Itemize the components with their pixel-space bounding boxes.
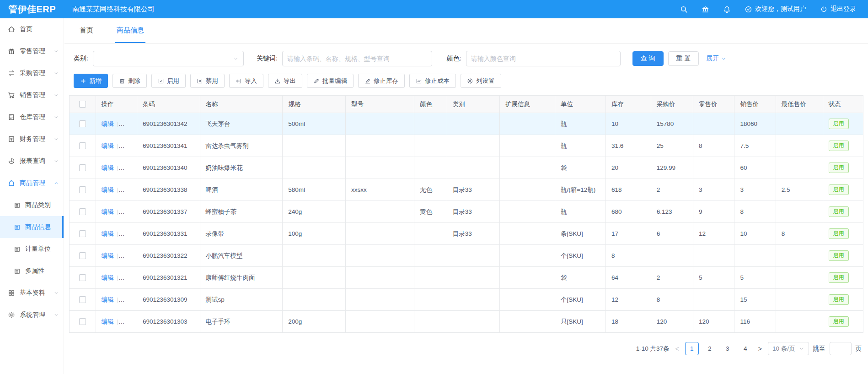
- page-button-1[interactable]: 1: [685, 342, 699, 355]
- sidebar-item-label: 计量单位: [25, 245, 51, 253]
- cell-color: [414, 135, 447, 157]
- cell-retail: 5: [693, 267, 734, 289]
- edit-link[interactable]: 编辑: [102, 164, 114, 171]
- next-page-button[interactable]: >: [756, 345, 764, 352]
- sidebar-item-label: 财务管理: [20, 135, 45, 143]
- page-button-2[interactable]: 2: [703, 342, 717, 355]
- page-button-3[interactable]: 3: [721, 342, 734, 355]
- logout-button[interactable]: 退出登录: [820, 5, 856, 13]
- chevron-down-icon: [721, 56, 727, 62]
- filter-bar: 类别: 关键词: 颜色: 查 询 重 置 展开: [69, 50, 863, 66]
- sidebar-item-purchase[interactable]: 采购管理: [0, 62, 64, 84]
- cell-category: [447, 157, 499, 179]
- edit-link[interactable]: 编辑: [102, 142, 114, 149]
- category-select[interactable]: [93, 51, 244, 66]
- color-input[interactable]: [466, 51, 621, 66]
- column-settings-button[interactable]: 列设置: [461, 74, 501, 88]
- search-icon[interactable]: [680, 5, 688, 13]
- edit-link[interactable]: 编辑: [102, 120, 114, 127]
- edit-link[interactable]: 编辑: [102, 274, 114, 281]
- cell-spec: [283, 289, 346, 311]
- keyword-input[interactable]: [282, 51, 432, 66]
- bank-icon[interactable]: [702, 5, 709, 13]
- add-button[interactable]: 新增: [74, 74, 108, 88]
- sidebar-item-basic-data[interactable]: 基本资料: [0, 282, 64, 304]
- table-row: 编辑|删除6901236301338啤酒580mlxxsxx无色目录33瓶/(箱…: [70, 179, 863, 201]
- sidebar-item-retail[interactable]: 零售管理: [0, 40, 64, 62]
- cell-purchase: 129.99: [651, 157, 693, 179]
- cell-unit: 袋: [555, 157, 606, 179]
- page-button-4[interactable]: 4: [739, 342, 752, 355]
- table-body: 编辑|删除6901236301342飞天茅台500ml瓶101578018060…: [70, 113, 863, 333]
- select-all-checkbox[interactable]: [79, 101, 86, 108]
- cell-purchase: 6.123: [651, 201, 693, 223]
- disable-button[interactable]: 禁用: [190, 74, 225, 88]
- sidebar-item-goods-info[interactable]: 商品信息: [0, 216, 64, 238]
- cell-color: [414, 245, 447, 267]
- edit-link[interactable]: 编辑: [102, 208, 114, 215]
- delete-button[interactable]: 删除: [113, 74, 147, 88]
- enable-button[interactable]: 启用: [151, 74, 186, 88]
- row-checkbox[interactable]: [79, 252, 86, 259]
- row-checkbox[interactable]: [79, 186, 86, 193]
- cell-category: [447, 113, 499, 135]
- bell-icon[interactable]: [723, 5, 731, 13]
- fix-cost-button[interactable]: 修正成本: [409, 74, 456, 88]
- tab-goods-info[interactable]: 商品信息: [115, 18, 145, 43]
- row-checkbox[interactable]: [79, 230, 86, 237]
- edit-link[interactable]: 编辑: [102, 318, 114, 325]
- batch-edit-button[interactable]: 批量编辑: [307, 74, 354, 88]
- table-row: 编辑|删除6901236301331录像带100g目录33条[SKU]17612…: [70, 223, 863, 245]
- edit-link[interactable]: 编辑: [102, 252, 114, 259]
- reset-button[interactable]: 重 置: [668, 51, 699, 66]
- prev-page-button[interactable]: <: [674, 345, 681, 352]
- fix-stock-button[interactable]: 修正库存: [358, 74, 405, 88]
- cell-sale: 7.5: [734, 135, 776, 157]
- cell-spec: 240g: [283, 201, 346, 223]
- status-badge: 启用: [829, 119, 849, 129]
- export-button[interactable]: 导出: [268, 74, 302, 88]
- expand-link[interactable]: 展开: [706, 54, 727, 63]
- search-button[interactable]: 查 询: [632, 51, 664, 66]
- sidebar-item-home[interactable]: 首页: [0, 18, 64, 40]
- cell-stock: 17: [606, 223, 651, 245]
- row-checkbox[interactable]: [79, 142, 86, 149]
- row-checkbox[interactable]: [79, 164, 86, 171]
- table-row: 编辑|删除6901236301321康师傅红烧牛肉面袋64255启用: [70, 267, 863, 289]
- row-checkbox[interactable]: [79, 208, 86, 215]
- sidebar-item-reports[interactable]: 报表查询: [0, 150, 64, 172]
- link-divider: |: [117, 230, 119, 237]
- row-checkbox[interactable]: [79, 318, 86, 325]
- cell-color: [414, 289, 447, 311]
- sidebar-item-system[interactable]: 系统管理: [0, 304, 64, 326]
- user-menu[interactable]: 欢迎您，测试用户: [745, 5, 806, 13]
- page-size-select[interactable]: 10 条/页: [768, 342, 809, 355]
- import-button[interactable]: 导入: [229, 74, 263, 88]
- row-checkbox[interactable]: [79, 120, 86, 127]
- sidebar-item-goods-category[interactable]: 商品类别: [0, 194, 64, 216]
- row-checkbox[interactable]: [79, 296, 86, 303]
- sidebar-item-goods[interactable]: 商品管理: [0, 172, 64, 194]
- jump-page-input[interactable]: [830, 342, 852, 355]
- column-header: 条码: [137, 96, 200, 113]
- edit-link[interactable]: 编辑: [102, 230, 114, 237]
- sidebar-item-sales[interactable]: 销售管理: [0, 84, 64, 106]
- column-header: 名称: [200, 96, 283, 113]
- chevron-down-icon: [54, 158, 59, 164]
- sidebar-item-label: 报表查询: [20, 157, 45, 165]
- row-checkbox[interactable]: [79, 274, 86, 281]
- edit-link[interactable]: 编辑: [102, 296, 114, 303]
- sidebar-item-warehouse[interactable]: 仓库管理: [0, 106, 64, 128]
- column-header: 状态: [823, 96, 863, 113]
- tab-home[interactable]: 首页: [78, 18, 95, 43]
- column-header: 销售价: [734, 96, 776, 113]
- status-badge: 启用: [829, 316, 849, 326]
- edit-link[interactable]: 编辑: [102, 186, 114, 193]
- cell-name: 康师傅红烧牛肉面: [200, 267, 283, 289]
- sidebar-item-finance[interactable]: 财务管理: [0, 128, 64, 150]
- cell-name: 奶油味爆米花: [200, 157, 283, 179]
- cell-sale: 3: [734, 179, 776, 201]
- cell-spec: [283, 157, 346, 179]
- sidebar-item-attributes[interactable]: 多属性: [0, 260, 64, 282]
- sidebar-item-units[interactable]: 计量单位: [0, 238, 64, 260]
